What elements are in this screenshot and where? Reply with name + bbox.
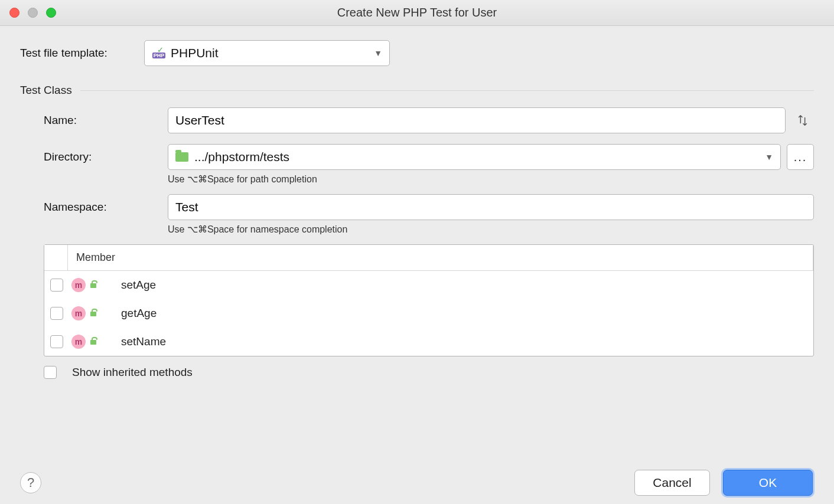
directory-combobox[interactable]: .../phpstorm/tests ▼ [168,144,781,170]
member-name: setName [121,335,166,348]
titlebar: Create New PHP Test for User [0,0,834,26]
table-row[interactable]: mgetAge [44,299,813,328]
member-checkbox[interactable] [50,335,63,348]
table-header: Member [44,245,813,271]
name-input-wrapper [168,107,786,133]
ok-button[interactable]: OK [723,470,813,496]
show-inherited-checkbox[interactable] [44,366,57,379]
namespace-input-wrapper [168,194,814,220]
method-icon: m [71,278,86,292]
member-checkbox[interactable] [50,279,63,292]
cancel-button[interactable]: Cancel [634,470,710,496]
member-checkbox[interactable] [50,307,63,320]
method-icon: m [71,306,86,320]
name-label: Name: [44,114,168,127]
test-class-section-header: Test Class [20,84,814,97]
window-title: Create New PHP Test for User [0,6,834,19]
unlock-icon [89,338,99,346]
table-row[interactable]: msetName [44,328,813,356]
member-name: getAge [121,307,157,320]
divider [80,90,814,91]
swap-name-button[interactable] [791,107,814,133]
directory-label: Directory: [44,150,168,163]
swap-icon [796,114,809,127]
dialog-footer: ? Cancel OK [0,470,834,496]
section-title: Test Class [20,84,72,97]
name-input[interactable] [175,113,778,127]
folder-icon [175,152,188,162]
namespace-label: Namespace: [44,201,168,214]
show-inherited-label: Show inherited methods [72,366,193,379]
unlock-icon [89,309,99,318]
browse-directory-button[interactable]: ... [787,144,814,170]
directory-value: .../phpstorm/tests [194,150,289,164]
template-label: Test file template: [20,47,144,60]
chevron-down-icon: ▼ [765,152,773,162]
checkbox-header [44,245,68,270]
dialog-content: Test file template: ✓ PHP PHPUnit ▼ Test… [0,26,834,379]
namespace-hint: Use ⌥⌘Space for namespace completion [168,224,814,235]
namespace-input[interactable] [175,200,806,214]
template-combobox[interactable]: ✓ PHP PHPUnit ▼ [144,40,390,66]
member-header[interactable]: Member [68,245,813,270]
directory-hint: Use ⌥⌘Space for path completion [168,174,814,185]
chevron-down-icon: ▼ [374,48,382,58]
member-name: setAge [121,279,156,292]
table-row[interactable]: msetAge [44,271,813,299]
help-button[interactable]: ? [20,472,41,493]
method-icon: m [71,335,86,349]
phpunit-icon: ✓ PHP [152,47,166,59]
template-value: PHPUnit [171,46,219,60]
unlock-icon [89,281,99,289]
members-table: Member msetAgemgetAgemsetName [44,244,814,356]
